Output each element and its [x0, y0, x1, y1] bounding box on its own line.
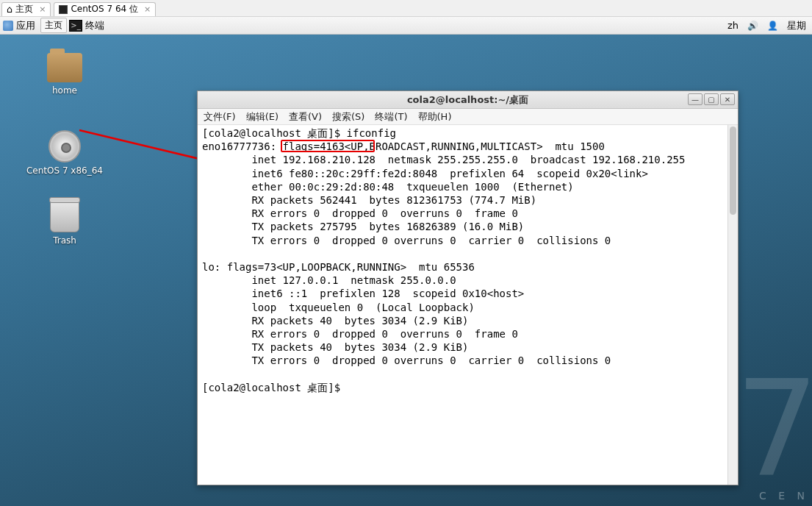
running-app-terminal[interactable]: >_ 终端 — [69, 19, 104, 32]
desktop-icon-cd[interactable]: CentOS 7 x86_64 — [13, 130, 116, 176]
applications-label: 应用 — [16, 19, 35, 32]
terminal-app-icon: >_ — [69, 20, 82, 32]
activities-icon — [3, 21, 13, 31]
running-app-label: 终端 — [85, 19, 104, 32]
menu-search[interactable]: 搜索(S) — [332, 110, 364, 124]
desktop-icon-label: home — [13, 85, 116, 96]
terminal-prompt: [cola2@localhost 桌面]$ — [202, 382, 347, 393]
host-tab-bar: 主页 × CentOS 7 64 位 × — [0, 0, 812, 17]
minimize-button[interactable]: — — [688, 93, 703, 105]
menu-file[interactable]: 文件(F) — [204, 110, 236, 124]
terminal-scrollbar[interactable] — [727, 125, 738, 485]
close-icon[interactable]: × — [144, 4, 151, 14]
host-tab-home[interactable]: 主页 × — [1, 2, 51, 16]
menu-edit[interactable]: 编辑(E) — [246, 110, 279, 124]
close-button[interactable]: ✕ — [720, 93, 735, 105]
trash-icon — [50, 200, 79, 232]
desktop-icon-label: Trash — [13, 235, 116, 246]
menu-view[interactable]: 查看(V) — [289, 110, 322, 124]
terminal-output: eno16777736: flags=4163<UP,BROADCAST,RUN… — [202, 140, 685, 366]
terminal-title: cola2@localhost:~/桌面 — [198, 93, 738, 107]
terminal-window: cola2@localhost:~/桌面 — ▢ ✕ 文件(F) 编辑(E) 查… — [197, 90, 739, 485]
vm-icon — [59, 5, 68, 14]
folder-icon — [47, 53, 82, 82]
desktop-icon-label: CentOS 7 x86_64 — [13, 165, 116, 176]
ip-highlight-box — [281, 140, 375, 152]
centos-watermark-text: C E N — [759, 490, 809, 502]
clock-label[interactable]: 星期 — [787, 19, 806, 32]
applications-menu[interactable]: 应用 — [3, 19, 35, 32]
user-menu-icon[interactable] — [767, 20, 778, 31]
home-icon — [7, 4, 12, 15]
terminal-command: ifconfig — [347, 127, 396, 139]
desktop[interactable]: 7 C E N home CentOS 7 x86_64 Trash cola2… — [0, 35, 812, 506]
desktop-icon-home[interactable]: home — [13, 53, 116, 96]
terminal-prompt: [cola2@localhost 桌面]$ — [202, 127, 347, 139]
gnome-top-bar: 应用 位置 >_ 终端 主页 zh 星期 — [0, 17, 812, 35]
menu-help[interactable]: 帮助(H) — [418, 110, 452, 124]
centos-watermark: 7 — [735, 352, 812, 506]
host-tab-vm-label: CentOS 7 64 位 — [71, 3, 137, 15]
scrollbar-thumb[interactable] — [730, 126, 736, 215]
input-method-indicator[interactable]: zh — [727, 20, 739, 31]
volume-icon[interactable] — [747, 20, 758, 31]
menu-terminal[interactable]: 终端(T) — [375, 110, 407, 124]
host-tab-home-label: 主页 — [15, 3, 33, 15]
close-icon[interactable]: × — [39, 4, 46, 14]
terminal-menubar: 文件(F) 编辑(E) 查看(V) 搜索(S) 终端(T) 帮助(H) — [198, 109, 738, 125]
maximize-button[interactable]: ▢ — [704, 93, 719, 105]
host-tab-vm[interactable]: CentOS 7 64 位 × — [54, 2, 156, 16]
terminal-body[interactable]: [cola2@localhost 桌面]$ ifconfig eno167777… — [198, 125, 738, 484]
desktop-icon-trash[interactable]: Trash — [13, 200, 116, 246]
terminal-titlebar[interactable]: cola2@localhost:~/桌面 — ▢ ✕ — [198, 91, 738, 109]
host-overlay-tab[interactable]: 主页 — [40, 18, 67, 33]
disc-icon — [48, 130, 81, 163]
